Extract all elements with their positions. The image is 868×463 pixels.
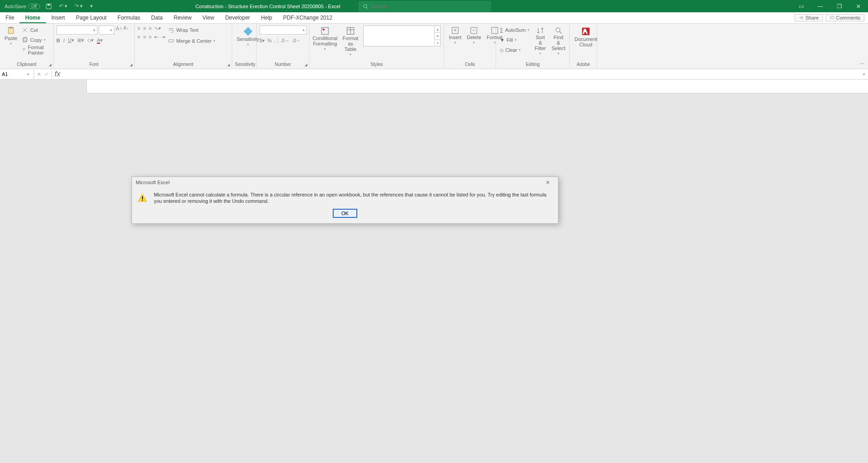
sigma-icon: ∑ — [500, 27, 503, 33]
minimize-button[interactable]: ― — [811, 0, 830, 12]
align-right-icon[interactable]: ≡ — [149, 34, 152, 40]
autosum-label: AutoSum — [505, 27, 526, 33]
borders-button[interactable]: ⊞▾ — [77, 37, 84, 43]
svg-rect-10 — [244, 27, 252, 35]
svg-rect-9 — [169, 40, 174, 42]
gallery-more-icon[interactable]: ▾ — [435, 40, 441, 46]
align-middle-icon[interactable]: ≡ — [143, 25, 146, 31]
collapse-ribbon-button[interactable]: ︿ — [860, 59, 865, 67]
search-box[interactable] — [359, 1, 491, 11]
sort-filter-button[interactable]: Sort & Filter▾ — [532, 25, 548, 57]
find-select-button[interactable]: Find & Select▾ — [550, 25, 567, 57]
fill-button[interactable]: ▼Fill▾ — [499, 35, 530, 45]
number-launcher[interactable]: ◢ — [305, 62, 307, 68]
wrap-text-button[interactable]: Wrap Text — [167, 25, 216, 35]
bold-button[interactable]: B — [56, 38, 60, 43]
name-box[interactable]: ▾ — [0, 69, 34, 79]
tab-data[interactable]: Data — [146, 13, 168, 23]
merge-icon — [168, 38, 174, 44]
increase-decimal-button[interactable]: .0→ — [280, 38, 289, 43]
insert-cells-button[interactable]: + Insert▾ — [447, 25, 463, 46]
document-cloud-button[interactable]: Document Cloud — [573, 25, 599, 48]
paste-button[interactable]: Paste▾ — [3, 25, 19, 47]
name-box-input[interactable] — [0, 71, 25, 77]
gallery-down-icon[interactable]: ▼ — [435, 32, 441, 39]
save-icon[interactable] — [44, 2, 54, 10]
format-as-table-button[interactable]: Format as Table ▾ — [340, 25, 361, 58]
cell-styles-gallery[interactable]: ▲▼▾ — [363, 25, 441, 46]
tab-insert[interactable]: Insert — [46, 13, 71, 23]
search-input[interactable] — [371, 4, 487, 9]
editing-group-label: Editing — [526, 62, 540, 67]
name-box-dropdown-icon[interactable]: ▾ — [25, 72, 31, 76]
worksheet-area[interactable] — [86, 80, 868, 93]
font-size-input[interactable] — [99, 27, 108, 33]
dialog-title: Microsoft Excel — [136, 180, 170, 185]
expand-formula-bar-icon[interactable]: ▾ — [860, 69, 868, 79]
tab-pdfxchange[interactable]: PDF-XChange 2012 — [278, 13, 338, 23]
format-painter-button[interactable]: Format Painter — [21, 45, 51, 55]
ribbon-display-options[interactable]: ▭ — [792, 0, 811, 12]
number-format-input[interactable] — [260, 27, 301, 33]
copy-icon — [22, 37, 28, 43]
copy-button[interactable]: Copy ▾ — [21, 35, 51, 45]
close-button[interactable]: ✕ — [849, 0, 868, 12]
delete-cells-button[interactable]: − Delete▾ — [465, 25, 483, 46]
autosave-toggle[interactable]: AutoSave Off — [5, 4, 40, 9]
align-bottom-icon[interactable]: ≡ — [149, 25, 152, 31]
decrease-decimal-button[interactable]: .0← — [292, 38, 301, 43]
tab-home[interactable]: Home — [20, 13, 46, 23]
find-label: Find & Select — [552, 35, 566, 51]
undo-button[interactable]: ↶ ▾ — [57, 2, 69, 10]
eraser-icon: ◇ — [500, 47, 503, 53]
tab-page-layout[interactable]: Page Layout — [71, 13, 112, 23]
dialog-close-button[interactable]: ✕ — [541, 180, 554, 186]
formula-bar-input[interactable] — [63, 69, 860, 79]
font-name-select[interactable]: ▾ — [56, 25, 97, 35]
qat-customize[interactable]: ▾ — [88, 2, 95, 10]
italic-button[interactable]: I — [63, 38, 65, 43]
redo-button[interactable]: ↷ ▾ — [73, 2, 85, 10]
decrease-indent-icon[interactable]: ⇤ — [154, 34, 158, 40]
fill-color-button[interactable]: ◇▾ — [87, 37, 94, 43]
autosum-button[interactable]: ∑AutoSum▾ — [499, 25, 530, 35]
clear-button[interactable]: ◇Clear▾ — [499, 45, 530, 55]
fx-icon[interactable]: fx — [52, 69, 63, 79]
percent-format-button[interactable]: % — [267, 38, 272, 43]
increase-indent-icon[interactable]: ⇥ — [161, 34, 165, 40]
comma-format-button[interactable]: , — [274, 38, 275, 43]
align-left-icon[interactable]: ≡ — [137, 34, 140, 40]
maximize-button[interactable]: ❐ — [830, 0, 849, 12]
tab-help[interactable]: Help — [255, 13, 278, 23]
svg-line-22 — [559, 31, 562, 34]
dialog-ok-button[interactable]: OK — [333, 209, 357, 218]
cut-button[interactable]: Cut — [21, 25, 51, 35]
align-top-icon[interactable]: ≡ — [137, 25, 140, 31]
orientation-icon[interactable]: ⤡▾ — [154, 25, 161, 31]
tab-developer[interactable]: Developer — [220, 13, 256, 23]
number-format-select[interactable]: ▾ — [259, 25, 307, 35]
conditional-formatting-button[interactable]: Conditional Formatting ▾ — [312, 25, 338, 53]
font-color-button[interactable]: A▾ — [97, 37, 103, 43]
tab-formulas[interactable]: Formulas — [112, 13, 146, 23]
alignment-launcher[interactable]: ◢ — [227, 62, 230, 68]
decrease-font-icon[interactable]: A↓ — [123, 25, 129, 35]
cancel-formula-icon[interactable]: ✕ — [37, 71, 41, 77]
gallery-up-icon[interactable]: ▲ — [435, 25, 441, 32]
tab-review[interactable]: Review — [168, 13, 197, 23]
font-launcher[interactable]: ◢ — [130, 62, 132, 68]
merge-center-button[interactable]: Merge & Center ▾ — [167, 36, 216, 45]
tab-view[interactable]: View — [197, 13, 220, 23]
font-name-input[interactable] — [57, 27, 91, 33]
underline-button[interactable]: U▾ — [68, 37, 74, 43]
accounting-format-button[interactable]: $▾ — [259, 38, 265, 44]
enter-formula-icon[interactable]: ✓ — [45, 71, 49, 77]
clipboard-launcher[interactable]: ◢ — [49, 62, 51, 68]
increase-font-icon[interactable]: A↑ — [116, 25, 122, 35]
align-center-icon[interactable]: ≡ — [143, 34, 146, 40]
share-button[interactable]: Share — [795, 14, 822, 21]
font-size-select[interactable]: ▾ — [99, 25, 114, 35]
tab-file[interactable]: File — [0, 13, 20, 23]
sort-icon — [536, 26, 544, 35]
comments-button[interactable]: Comments — [826, 14, 864, 21]
